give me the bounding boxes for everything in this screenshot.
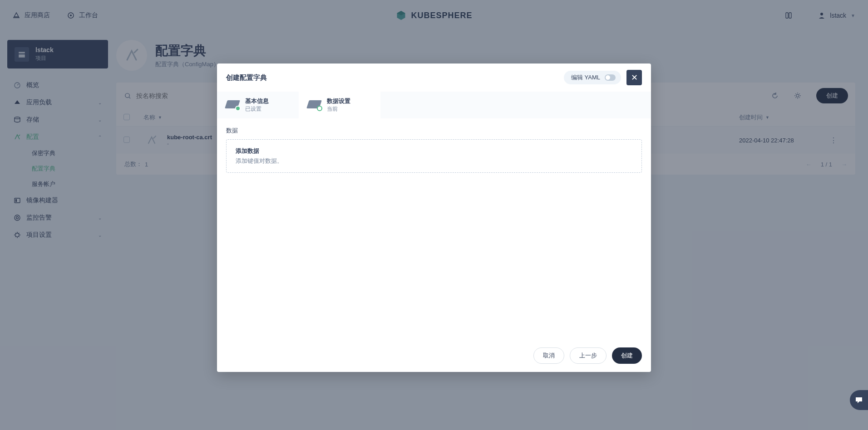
modal-header: 创建配置字典 编辑 YAML ✕: [217, 64, 651, 92]
previous-label: 上一步: [579, 352, 597, 359]
close-button[interactable]: ✕: [626, 70, 642, 85]
modal-create-label: 创建: [621, 352, 633, 359]
modal-tabs: 基本信息 已设置 数据设置 当前: [217, 92, 651, 118]
data-section-label: 数据: [226, 127, 642, 135]
modal-footer: 取消 上一步 创建: [217, 339, 651, 372]
add-data-desc: 添加键值对数据。: [236, 157, 632, 165]
create-configmap-modal: 创建配置字典 编辑 YAML ✕ 基本信息 已设置 数据设置: [217, 64, 651, 372]
tab-text: 数据设置 当前: [327, 97, 350, 113]
cancel-button[interactable]: 取消: [533, 347, 564, 364]
tab-text: 基本信息 已设置: [245, 97, 269, 113]
edit-yaml-toggle[interactable]: 编辑 YAML: [564, 71, 621, 84]
edit-yaml-label: 编辑 YAML: [571, 73, 600, 82]
tab-sub: 当前: [327, 105, 350, 113]
tab-basic-info[interactable]: 基本信息 已设置: [217, 92, 299, 118]
cancel-label: 取消: [543, 352, 555, 359]
modal-body: 数据 添加数据 添加键值对数据。: [217, 118, 651, 339]
tab-title: 数据设置: [327, 97, 350, 105]
tab-icon: [226, 100, 240, 110]
add-data-title: 添加数据: [236, 147, 632, 155]
chat-fab[interactable]: [850, 390, 868, 410]
previous-button[interactable]: 上一步: [570, 347, 607, 364]
add-data-box[interactable]: 添加数据 添加键值对数据。: [226, 139, 642, 173]
tab-data-settings[interactable]: 数据设置 当前: [299, 92, 380, 118]
modal-title: 创建配置字典: [226, 73, 267, 82]
tab-title: 基本信息: [245, 97, 269, 105]
modal-create-button[interactable]: 创建: [612, 347, 642, 364]
tab-icon: [308, 100, 321, 110]
chat-icon: [854, 396, 863, 405]
tab-sub: 已设置: [245, 105, 269, 113]
toggle-icon: [605, 74, 616, 81]
close-icon: ✕: [631, 73, 638, 83]
